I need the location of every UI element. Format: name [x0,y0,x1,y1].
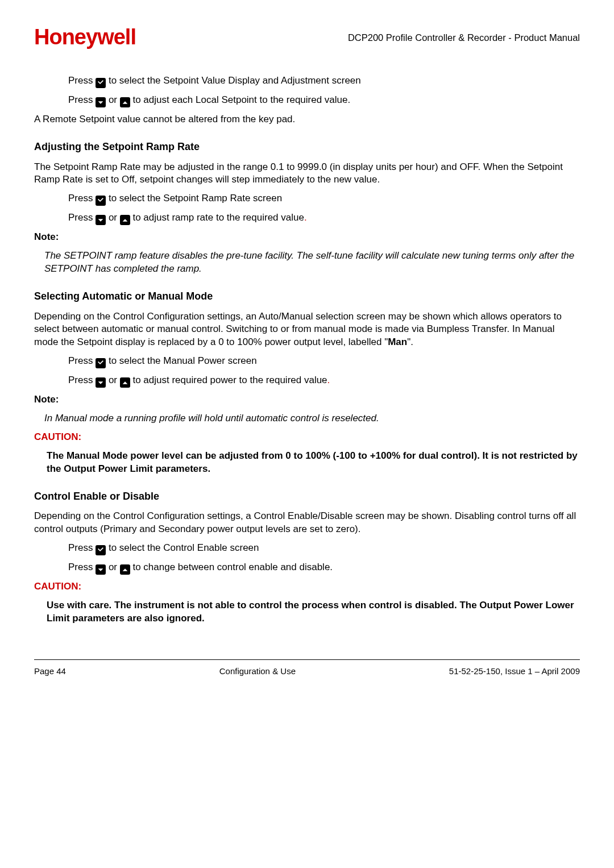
instruction-line: Press or to adjust each Local Setpoint t… [68,94,580,107]
page-footer: Page 44 Configuration & Use 51-52-25-150… [34,666,580,677]
text: or [106,94,120,105]
down-key-icon [96,564,106,575]
text: or [106,562,120,572]
heading-ramp-rate: Adjusting the Setpoint Ramp Rate [34,140,580,153]
footer-center: Configuration & Use [219,666,296,677]
text: Press [68,193,96,203]
footer-right: 51-52-25-150, Issue 1 – April 2009 [449,666,580,677]
text: ". [407,337,413,347]
body-text: Depending on the Control Configuration s… [34,510,580,536]
text-bold: Man [388,337,407,347]
up-key-icon [120,97,130,107]
text: Press [68,75,96,86]
note-label: Note: [34,231,580,244]
text: to adjust required power to the required… [130,375,327,385]
text: Depending on the Control Configuration s… [34,311,562,348]
text: Press [68,212,96,223]
page-header: Honeywell DCP200 Profile Controller & Re… [34,23,580,52]
text: or [106,375,120,385]
heading-control-enable: Control Enable or Disable [34,489,580,503]
text: to select the Setpoint Value Display and… [106,75,361,86]
text: Press [68,542,96,553]
text: . [304,212,307,223]
instruction-line: Press to select the Control Enable scree… [68,542,580,555]
instruction-line: Press or to adjust required power to the… [68,374,580,388]
text: to change between control enable and dis… [130,562,333,572]
heading-auto-manual: Selecting Automatic or Manual Mode [34,289,580,303]
down-key-icon [96,377,106,388]
text: or [106,212,120,223]
text: to adjust each Local Setpoint to the req… [130,94,350,105]
instruction-line: Press to select the Manual Power screen [68,355,580,368]
body-text: Depending on the Control Configuration s… [34,310,580,350]
instruction-line: Press to select the Setpoint Value Displ… [68,74,580,88]
text: . [327,375,330,385]
caution-body: The Manual Mode power level can be adjus… [47,450,580,476]
doc-title: DCP200 Profile Controller & Recorder - P… [348,31,580,44]
footer-divider [34,659,580,660]
text: Press [68,355,96,366]
text: Press [68,562,96,572]
menu-key-icon [96,196,106,206]
text: to select the Manual Power screen [106,355,257,366]
down-key-icon [96,215,106,225]
note-body: In Manual mode a running profile will ho… [44,412,580,425]
note-label: Note: [34,393,580,406]
body-text: The Setpoint Ramp Rate may be adjusted i… [34,161,580,187]
up-key-icon [120,564,130,575]
text: Press [68,375,96,385]
menu-key-icon [96,78,106,88]
text: to select the Setpoint Ramp Rate screen [106,193,282,203]
menu-key-icon [96,358,106,368]
text: Press [68,94,96,105]
instruction-line: Press to select the Setpoint Ramp Rate s… [68,192,580,206]
text: to adjust ramp rate to the required valu… [130,212,304,223]
up-key-icon [120,377,130,388]
menu-key-icon [96,545,106,555]
instruction-line: Press or to change between control enabl… [68,561,580,575]
body-text: A Remote Setpoint value cannot be altere… [34,113,580,126]
caution-label: CAUTION: [34,431,580,444]
instruction-line: Press or to adjust ramp rate to the requ… [68,211,580,225]
caution-body: Use with care. The instrument is not abl… [47,599,580,625]
footer-left: Page 44 [34,666,66,677]
text: to select the Control Enable screen [106,542,259,553]
caution-label: CAUTION: [34,580,580,593]
down-key-icon [96,97,106,107]
up-key-icon [120,215,130,225]
note-body: The SETPOINT ramp feature disables the p… [44,250,580,276]
logo: Honeywell [34,23,136,52]
